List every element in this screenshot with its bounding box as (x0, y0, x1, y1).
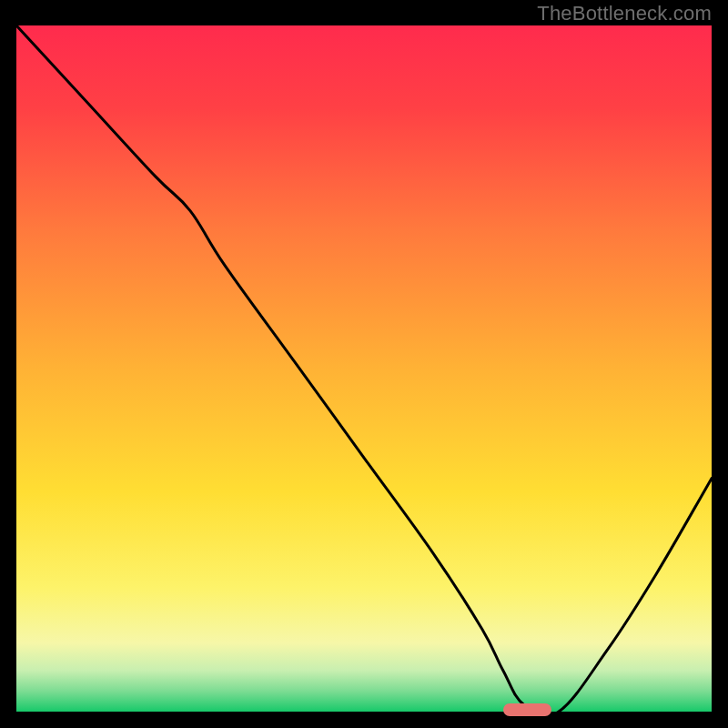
gradient-background (16, 25, 712, 712)
bottleneck-chart (16, 25, 712, 712)
watermark-text: TheBottleneck.com (537, 2, 712, 25)
chart-frame (16, 25, 712, 712)
optimal-range-marker (503, 703, 551, 716)
